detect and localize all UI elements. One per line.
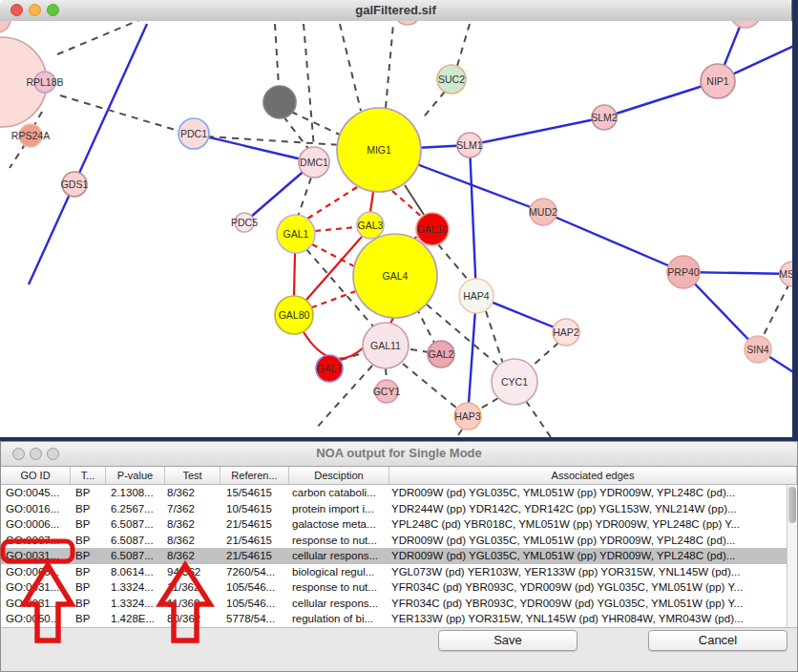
table-row[interactable]: GO:0006...BP6.5087...8/36221/54615galact… <box>1 516 797 533</box>
graph-node-gal4[interactable]: GAL4 <box>353 234 437 318</box>
graph-node-hap3[interactable]: HAP3 <box>454 403 481 430</box>
graph-window-titlebar[interactable]: galFiltered.sif <box>0 0 791 22</box>
graph-node-slm1[interactable]: SLM1 <box>456 133 483 158</box>
graph-edge[interactable] <box>304 187 357 220</box>
graph-edge[interactable] <box>386 368 387 380</box>
column-header-associated-edges[interactable]: Associated edges <box>389 467 797 484</box>
save-button[interactable]: Save <box>438 630 578 651</box>
graph-node-msl5[interactable]: MSL5 <box>779 262 792 286</box>
graph-edge[interactable] <box>405 185 426 218</box>
graph-edge[interactable] <box>468 296 476 416</box>
graph-node-suc2[interactable]: SUC2 <box>437 65 466 94</box>
graph-node-gal11[interactable]: GAL11 <box>363 323 409 368</box>
table-cell: 8/362 <box>165 533 220 549</box>
graph-node-rps24a[interactable]: RPS24A <box>11 124 50 147</box>
graph-node-hap4[interactable]: HAP4 <box>459 279 494 313</box>
column-header-reference[interactable]: Referen... <box>220 467 289 484</box>
graph-node-unlabeled[interactable] <box>263 86 296 118</box>
graph-node-dmc1[interactable]: DMC1 <box>299 147 329 178</box>
graph-node-hap2[interactable]: HAP2 <box>553 319 579 346</box>
zoom-button[interactable] <box>47 448 59 460</box>
graph-node-mud2[interactable]: MUD2 <box>529 199 557 225</box>
graph-edge[interactable] <box>340 24 361 111</box>
noa-window-titlebar[interactable]: NOA output for Single Mode <box>1 442 797 467</box>
graph-edge[interactable] <box>29 24 147 284</box>
graph-edge[interactable] <box>477 398 498 410</box>
graph-edge[interactable] <box>410 349 429 352</box>
graph-edge[interactable] <box>470 117 604 145</box>
graph-edge[interactable] <box>194 134 314 162</box>
graph-node-sin4[interactable]: SIN4 <box>745 336 771 363</box>
vertical-scrollbar[interactable] <box>787 485 797 627</box>
graph-edge[interactable] <box>421 92 445 120</box>
graph-edge[interactable] <box>457 24 470 66</box>
table-cell: protein import i... <box>289 501 389 517</box>
graph-node-cyc1[interactable]: CYC1 <box>492 359 537 405</box>
graph-node-pdc5[interactable]: PDC5 <box>231 213 258 232</box>
graph-node-gcy1[interactable]: GCY1 <box>373 380 401 403</box>
graph-node-gal80[interactable]: GAL80 <box>275 296 313 334</box>
graph-edge[interactable] <box>392 191 424 219</box>
graph-node-unlabeled[interactable] <box>730 21 761 28</box>
zoom-button[interactable] <box>47 4 59 16</box>
table-row[interactable]: GO:0007...BP6.5087...8/36221/54615respon… <box>1 533 797 549</box>
graph-node-gal10[interactable]: GAL10 <box>416 213 449 245</box>
cancel-button[interactable]: Cancel <box>648 630 788 651</box>
graph-node-gal1[interactable]: GAL1 <box>277 215 315 253</box>
table-row[interactable]: GO:0031...BP1.3324...11/362105/546...res… <box>1 579 797 596</box>
column-header-go-id[interactable]: GO ID <box>1 467 71 484</box>
graph-node-unlabeled[interactable] <box>0 21 10 32</box>
column-header-description[interactable]: Desciption <box>289 467 389 484</box>
graph-edge[interactable] <box>470 145 476 296</box>
graph-node-gal3[interactable]: GAL3 <box>357 212 384 239</box>
graph-edge[interactable] <box>275 24 279 87</box>
graph-edge[interactable] <box>294 253 295 296</box>
graph-edge[interactable] <box>57 21 187 54</box>
graph-edge[interactable] <box>315 227 357 231</box>
graph-edge[interactable] <box>448 430 462 437</box>
network-canvas[interactable]: RPL18BRPS24AGDS1PDC1DMC1MIG1SUC2SLM1SLM2… <box>0 21 792 437</box>
graph-node-gal2[interactable]: GAL2 <box>428 341 454 368</box>
graph-node-pdc1[interactable]: PDC1 <box>178 118 209 149</box>
graph-edge[interactable] <box>304 24 314 148</box>
graph-node-prp40[interactable]: PRP40 <box>667 256 700 288</box>
graph-node-nip1[interactable]: NIP1 <box>701 64 735 98</box>
graph-edge[interactable] <box>763 284 789 337</box>
table-row[interactable]: GO:0045...BP2.1308...8/36215/54615carbon… <box>1 485 797 501</box>
graph-node-unlabeled[interactable] <box>394 21 421 25</box>
graph-edge[interactable] <box>312 244 356 267</box>
graph-edge[interactable] <box>291 112 346 137</box>
column-header-test[interactable]: Test <box>165 467 220 484</box>
graph-node-slm2[interactable]: SLM2 <box>591 105 618 130</box>
graph-edge[interactable] <box>304 332 364 359</box>
graph-edge[interactable] <box>60 95 181 132</box>
table-row[interactable]: GO:0031...BP6.5087...8/36221/54615cellul… <box>1 548 797 564</box>
graph-edge[interactable] <box>416 307 434 343</box>
graph-edge[interactable] <box>438 244 469 281</box>
graph-edge[interactable] <box>526 401 551 437</box>
graph-edge[interactable] <box>10 143 26 168</box>
graph-edge[interactable] <box>531 343 558 368</box>
table-row[interactable]: GO:0065...BP8.0614...94/3627260/54...bio… <box>1 564 797 580</box>
close-button[interactable] <box>12 448 25 460</box>
minimize-button[interactable] <box>30 448 42 460</box>
scrollbar-thumb[interactable] <box>788 487 796 523</box>
minimize-button[interactable] <box>29 4 41 16</box>
graph-edge[interactable] <box>486 311 503 364</box>
graph-edge[interactable] <box>403 364 457 409</box>
graph-edge[interactable] <box>543 212 683 272</box>
table-row[interactable]: GO:0050...BP1.428E...80/3625778/54...reg… <box>1 611 797 627</box>
graph-edge[interactable] <box>284 116 309 150</box>
graph-node-gal7[interactable]: GAL7 <box>316 355 343 382</box>
graph-edge[interactable] <box>298 178 311 217</box>
graph-edge[interactable] <box>386 24 393 108</box>
graph-node-gds1[interactable]: GDS1 <box>61 172 89 197</box>
table-cell: carbon cataboli... <box>289 485 389 501</box>
graph-edge[interactable] <box>370 192 373 212</box>
graph-node-mig1[interactable]: MIG1 <box>337 108 421 192</box>
table-row[interactable]: GO:0031...BP1.3324...11/362105/546...cel… <box>1 596 797 612</box>
column-header-type[interactable]: T... <box>71 467 106 484</box>
close-button[interactable] <box>10 4 23 16</box>
table-row[interactable]: GO:0016...BP6.2567...7/36210/54615protei… <box>1 501 797 517</box>
column-header-p-value[interactable]: P-value <box>106 467 165 484</box>
